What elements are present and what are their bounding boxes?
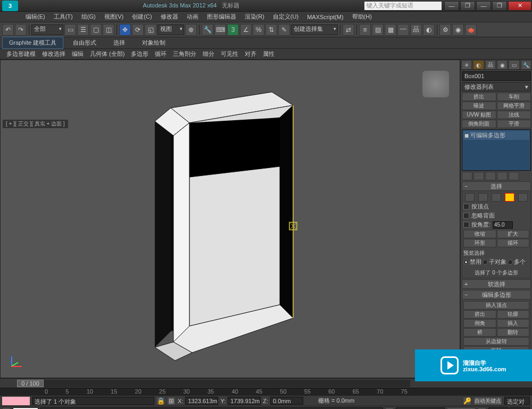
ribbon-tab-graphite[interactable]: Graphite 建模工具 [2, 37, 63, 49]
menu-grapheditors[interactable]: 图形编辑器 [203, 13, 240, 21]
ribbon-tab-freeform[interactable]: 自由形式 [65, 37, 104, 48]
ref-coord-combo[interactable]: 视图 [157, 24, 184, 35]
key-filter-combo[interactable]: 选定对象 [504, 397, 530, 405]
manipulate-button[interactable]: 🔧 [202, 24, 213, 36]
insert-vertex-button[interactable]: 插入顶点 [463, 301, 529, 310]
grow-button[interactable]: 扩大 [497, 230, 530, 238]
mirror-button[interactable]: ⇄ [343, 24, 354, 36]
tab-utilities-icon[interactable]: 🔧 [521, 60, 531, 70]
subobj-element-icon[interactable] [518, 193, 528, 202]
mod-normal-button[interactable]: 法线 [497, 111, 531, 119]
tab-modify-icon[interactable]: ◐ [473, 60, 484, 70]
rendered-frame-button[interactable]: ◉ [452, 24, 464, 36]
configure-sets-icon[interactable] [509, 172, 519, 180]
rollout-softselection-header[interactable]: 软选择 [462, 279, 531, 289]
restore-button[interactable]: ❐ [492, 1, 507, 11]
extrude-button[interactable]: 挤出 [463, 310, 496, 319]
percent-snap-button[interactable]: % [253, 24, 264, 36]
pivot-center-button[interactable]: ⊕ [185, 24, 197, 36]
render-setup-button[interactable]: ⚙ [439, 24, 451, 36]
subobj-vertex-icon[interactable] [465, 193, 475, 202]
ignore-backfacing-checkbox[interactable] [463, 213, 469, 219]
layer-manager-button[interactable]: ▤ [372, 24, 384, 36]
panel-polygons[interactable]: 多边形 [128, 50, 152, 58]
coord-x-field[interactable]: 1323.613m [185, 397, 218, 405]
window-crossing-button[interactable]: ◫ [103, 24, 114, 36]
select-by-name-button[interactable]: ☰ [77, 24, 89, 36]
lock-selection-icon[interactable]: 🔒 [156, 397, 165, 405]
auto-key-button[interactable]: 自动关键点 [473, 397, 502, 405]
undo-button[interactable]: ↶ [2, 24, 14, 36]
mod-bevelprofile-button[interactable]: 倒角剖面 [462, 120, 496, 128]
stack-item-editablepoly[interactable]: ◼ 可编辑多边形 [463, 131, 529, 140]
select-object-button[interactable]: ▭ [64, 24, 76, 36]
scene-object-box001[interactable] [149, 76, 320, 363]
tab-create-icon[interactable]: ✳ [461, 60, 472, 70]
rollout-editpoly-header[interactable]: 编辑多边形 [462, 290, 531, 299]
set-key-button[interactable]: 设置关键点 [447, 407, 476, 410]
keyboard-shortcut-button[interactable]: ⌨ [214, 24, 226, 36]
panel-modifysel[interactable]: 修改选择 [39, 50, 69, 58]
menu-views[interactable]: 视图(V) [100, 13, 128, 21]
align-button[interactable]: ≡ [359, 24, 371, 36]
selection-filter-combo[interactable]: 全部 [31, 24, 63, 35]
subobj-polygon-icon[interactable] [505, 193, 514, 202]
snap-toggle-3-button[interactable]: 3 [227, 24, 239, 36]
menu-customize[interactable]: 自定义(U) [269, 13, 303, 21]
viewcube[interactable] [422, 71, 449, 97]
key-filters-icon[interactable]: ⧉ [478, 407, 486, 410]
help-search-input[interactable]: 键入关键字或短语 [364, 2, 442, 10]
graphite-toggle-button[interactable]: ▦ [385, 24, 396, 36]
time-slider-thumb[interactable]: 0 / 100 [17, 380, 44, 387]
render-production-button[interactable]: 🫖 [465, 24, 477, 36]
panel-properties[interactable]: 属性 [260, 50, 278, 58]
menu-tools[interactable]: 工具(T) [49, 13, 77, 21]
modifier-stack[interactable]: ◼ 可编辑多边形 [462, 129, 531, 171]
subobj-border-icon[interactable] [492, 193, 501, 202]
preview-off-radio[interactable] [463, 260, 469, 265]
viewport-label[interactable]: [ + ][ 正交 ][ 真实 + 边面 ] [3, 120, 68, 128]
preview-subobj-radio[interactable] [483, 260, 488, 265]
select-scale-button[interactable]: ◱ [145, 24, 156, 36]
toggle-prompt-icon[interactable]: ◧ [2, 407, 11, 410]
inset-button[interactable]: 插入 [497, 319, 530, 328]
show-end-result-icon[interactable] [473, 172, 484, 180]
menu-rendering[interactable]: 渲染(R) [240, 13, 269, 21]
select-rotate-button[interactable]: ⟳ [132, 24, 144, 36]
menu-help[interactable]: 帮助(H) [348, 13, 376, 21]
maximize-button[interactable]: ❐ [460, 1, 475, 11]
menu-maxscript[interactable]: MAXScript(M) [303, 14, 347, 20]
key-mode-toggle-icon[interactable]: 🔑 [463, 397, 471, 405]
panel-polymodel[interactable]: 多边形建模 [3, 50, 39, 58]
coord-z-field[interactable]: 0.0mm [270, 397, 303, 405]
rect-region-button[interactable]: ▢ [90, 24, 102, 36]
panel-edit[interactable]: 编辑 [69, 50, 87, 58]
bevel-button[interactable]: 倒角 [463, 319, 496, 328]
panel-loops[interactable]: 循环 [152, 50, 170, 58]
panel-subdiv[interactable]: 细分 [200, 50, 218, 58]
mod-lathe-button[interactable]: 车削 [497, 93, 531, 101]
mod-uvwmap-button[interactable]: UVW 贴图 [462, 111, 496, 119]
mod-noise-button[interactable]: 噪波 [462, 102, 496, 110]
spinner-snap-button[interactable]: ⇅ [265, 24, 277, 36]
minimize-button[interactable]: — [444, 1, 459, 11]
menu-modifiers[interactable]: 修改器 [156, 13, 182, 21]
panel-visibility[interactable]: 可见性 [218, 50, 242, 58]
by-angle-checkbox[interactable] [463, 222, 469, 228]
absolute-mode-icon[interactable]: ⊞ [167, 397, 176, 405]
status-color-swatch[interactable] [2, 397, 30, 405]
panel-geometry[interactable]: 几何体 (全部) [87, 50, 128, 58]
viewport-perspective[interactable]: [ + ][ 正交 ][ 真实 + 边面 ] [0, 60, 460, 378]
subobj-edge-icon[interactable] [478, 193, 488, 202]
panel-tris[interactable]: 三角剖分 [170, 50, 200, 58]
app-icon[interactable]: 3 [2, 1, 18, 11]
angle-snap-button[interactable]: ∠ [240, 24, 252, 36]
comm-center-icon[interactable]: ◳ [385, 407, 394, 410]
menu-animation[interactable]: 动画 [182, 13, 203, 21]
pin-stack-icon[interactable] [462, 172, 472, 180]
mod-smooth-button[interactable]: 平滑 [497, 120, 531, 128]
menu-create[interactable]: 创建(C) [128, 13, 156, 21]
remove-modifier-icon[interactable] [497, 172, 508, 180]
rollout-selection-header[interactable]: 选择 [462, 181, 531, 191]
menu-group[interactable]: 组(G) [77, 13, 100, 21]
